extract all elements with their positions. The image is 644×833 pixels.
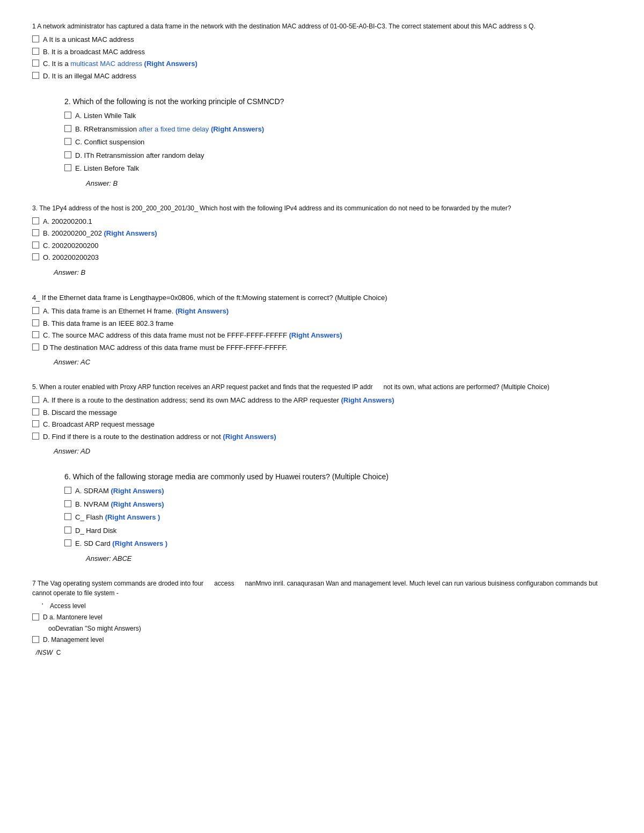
checkbox-q2b[interactable] (64, 125, 71, 132)
checkbox-q6a[interactable] (64, 487, 71, 494)
list-item: D. ITh Retransmission after random delay (64, 150, 612, 161)
checkbox-q1b[interactable] (32, 48, 39, 55)
list-item: A. SDRAM (Right Answers) (64, 486, 612, 496)
q3-answer: Answer: B (54, 268, 612, 276)
q2-options: A. Listen While Talk B. RRetransmission … (64, 111, 612, 174)
list-item: ooDevratian ''So might Answers) (32, 624, 612, 633)
option-q4a: A. This data frame is an Ethernet H fram… (43, 306, 612, 317)
q7-text: 7 The Vag operating system commands are … (32, 579, 612, 598)
question-3: 3. The 1Py4 address of the host is 200_2… (32, 203, 612, 276)
option-q5a: A. If there is a route to the destinatio… (43, 395, 612, 406)
option-q2c: C. Conflict suspension (75, 137, 612, 148)
list-item: B. 200200200_202 (Right Answers) (32, 228, 612, 239)
option-q5c: C. Broadcast ARP request message (43, 419, 612, 430)
q4-options: A. This data frame is an Ethernet H fram… (32, 306, 612, 353)
option-q2b: B. RRetransmission after a fixed time de… (75, 124, 612, 135)
checkbox-q7b[interactable] (32, 613, 39, 620)
checkbox-q3a[interactable] (32, 217, 39, 224)
checkbox-q1a[interactable] (32, 35, 39, 42)
checkbox-q2d[interactable] (64, 151, 71, 158)
list-item: C_ Flash (Right Answers ) (64, 512, 612, 523)
list-item: C. It is a multicast MAC address (Right … (32, 59, 612, 69)
option-q1d: D. It is an illegal MAC address (43, 71, 612, 82)
list-item: C. The source MAC address of this data f… (32, 330, 612, 341)
q1-text: 1 A network administrator has captured a… (32, 21, 612, 31)
list-item: B. RRetransmission after a fixed time de… (64, 124, 612, 135)
option-q4d: D The destination MAC address of this da… (43, 342, 612, 353)
option-q6c: C_ Flash (Right Answers ) (75, 512, 612, 523)
q6-options: A. SDRAM (Right Answers) B. NVRAM (Right… (64, 486, 612, 549)
q2-text: 2. Which of the following is not the wor… (64, 96, 612, 107)
list-item: A. 200200200.1 (32, 216, 612, 227)
list-item: E. Listen Before Talk (64, 163, 612, 174)
list-item: A It is a unicast MAC address (32, 34, 612, 45)
q6-text: 6. Which of the fallowing storage media … (64, 471, 612, 483)
option-q3b: B. 200200200_202 (Right Answers) (43, 228, 612, 239)
list-item: B. Discard the message (32, 407, 612, 418)
question-6: 6. Which of the fallowing storage media … (32, 471, 612, 562)
checkbox-q4b[interactable] (32, 319, 39, 326)
q5-answer: Answer: AD (54, 447, 612, 455)
checkbox-q1c[interactable] (32, 60, 39, 67)
q2-answer: Answer: B (86, 179, 612, 187)
option-q7a: ' Access level (42, 601, 612, 611)
checkbox-q5d[interactable] (32, 433, 39, 440)
list-item: A. This data frame is an Ethernet H fram… (32, 306, 612, 317)
q4-answer: Answer: AC (54, 358, 612, 366)
checkbox-q4c[interactable] (32, 331, 39, 338)
option-q3d: O. 200200200203 (43, 252, 612, 263)
option-q3a: A. 200200200.1 (43, 216, 612, 227)
list-item: D. It is an illegal MAC address (32, 71, 612, 82)
checkbox-q5b[interactable] (32, 408, 39, 415)
option-q6b: B. NVRAM (Right Answers) (75, 499, 612, 510)
question-2: 2. Which of the following is not the wor… (32, 96, 612, 187)
checkbox-q3c[interactable] (32, 242, 39, 249)
checkbox-q2a[interactable] (64, 112, 71, 119)
checkbox-q2c[interactable] (64, 138, 71, 145)
checkbox-q6d[interactable] (64, 527, 71, 534)
checkbox-q4a[interactable] (32, 307, 39, 314)
list-item: D. Find if there is a route to the desti… (32, 432, 612, 442)
option-q2d: D. ITh Retransmission after random delay (75, 150, 612, 161)
list-item: C. Broadcast ARP request message (32, 419, 612, 430)
option-q4c: C. The source MAC address of this data f… (43, 330, 612, 341)
list-item: C. Conflict suspension (64, 137, 612, 148)
option-q6e: E. SD Card (Right Answers ) (75, 538, 612, 549)
checkbox-q6c[interactable] (64, 513, 71, 520)
checkbox-q1d[interactable] (32, 72, 39, 79)
list-item: O. 200200200203 (32, 252, 612, 263)
list-item: D. Management level (32, 635, 612, 645)
checkbox-q2e[interactable] (64, 164, 71, 171)
checkbox-q5a[interactable] (32, 396, 39, 403)
checkbox-q7c[interactable] (32, 636, 39, 643)
question-5: 5. When a router enabled with Proxy ARP … (32, 382, 612, 455)
option-q3c: C. 200200200200 (43, 240, 612, 251)
q5-options: A. If there is a route to the destinatio… (32, 395, 612, 442)
q7-options: ' Access level D a. Mantonere level ooDe… (32, 601, 612, 645)
list-item: D The destination MAC address of this da… (32, 342, 612, 353)
checkbox-q3d[interactable] (32, 253, 39, 260)
option-q2e: E. Listen Before Talk (75, 163, 612, 174)
list-item: A. Listen While Talk (64, 111, 612, 121)
checkbox-q6e[interactable] (64, 539, 71, 546)
option-q7b2: ooDevratian ''So might Answers) (48, 624, 612, 633)
option-q5b: B. Discard the message (43, 407, 612, 418)
list-item: B. It is a broadcast MAC address (32, 47, 612, 57)
list-item: C. 200200200200 (32, 240, 612, 251)
option-q2a: A. Listen While Talk (75, 111, 612, 121)
list-item: B. NVRAM (Right Answers) (64, 499, 612, 510)
checkbox-q5c[interactable] (32, 420, 39, 427)
q4-text: 4_ If the Ethernet data frame is Lengtha… (32, 293, 612, 303)
checkbox-q6b[interactable] (64, 500, 71, 507)
option-q1b: B. It is a broadcast MAC address (43, 47, 612, 57)
option-q6a: A. SDRAM (Right Answers) (75, 486, 612, 496)
option-q7c: D. Management level (43, 635, 612, 645)
q6-answer: Answer: ABCE (86, 554, 612, 562)
option-q1c: C. It is a multicast MAC address (Right … (43, 59, 612, 69)
checkbox-q4d[interactable] (32, 344, 39, 350)
q1-options: A It is a unicast MAC address B. It is a… (32, 34, 612, 81)
option-q5d: D. Find if there is a route to the desti… (43, 432, 612, 442)
list-item: D_ Hard Disk (64, 525, 612, 536)
checkbox-q3b[interactable] (32, 229, 39, 236)
option-q4b: B. This data frame is an IEEE 802.3 fram… (43, 318, 612, 329)
